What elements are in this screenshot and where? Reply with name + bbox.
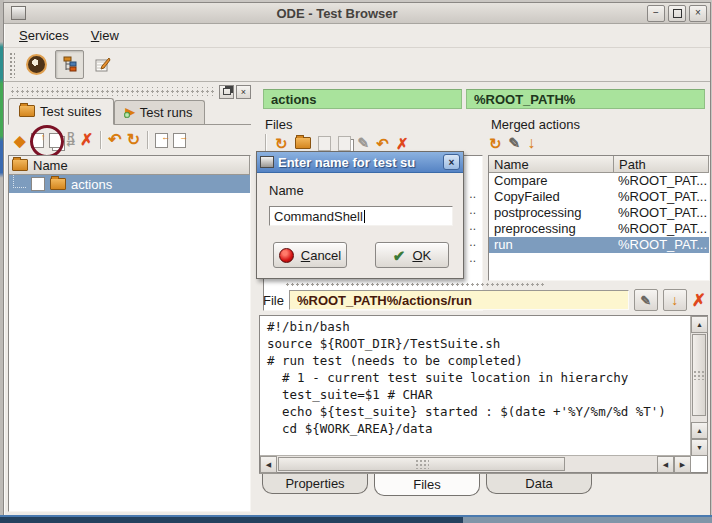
scroll-up-button[interactable]: ▲	[691, 316, 708, 333]
merged-actions-toolbar: ↻ ✎ ↓	[489, 132, 535, 154]
copy-arrow-icon: ↑	[59, 132, 64, 142]
scroll-up-button[interactable]: ▲	[691, 422, 708, 439]
file-path-field: %ROOT_PATH%/actions/run	[289, 290, 629, 310]
dialog-close-button[interactable]: ×	[443, 154, 460, 170]
open-folder-icon[interactable]	[295, 137, 311, 149]
column-header-path[interactable]: Path	[614, 156, 709, 173]
copy-button[interactable]: ↑	[49, 133, 62, 148]
pencil-icon: ✎	[640, 294, 651, 307]
scroll-thumb[interactable]	[692, 334, 706, 416]
new-arrow-icon: ↑	[41, 132, 46, 142]
dialog-body: Name CommandShell Cancel ✔ OK	[257, 173, 463, 268]
code-line: source ${ROOT_DIR}/TestSuite.sh	[267, 335, 691, 352]
code-line: cd ${WORK_AREA}/data	[267, 420, 691, 437]
script-content[interactable]: #!/bin/bash source ${ROOT_DIR}/TestSuite…	[260, 318, 691, 456]
download-arrow-icon: ↓	[671, 293, 678, 307]
name-input[interactable]: CommandShell	[269, 206, 453, 226]
edit-notes-button[interactable]	[88, 50, 117, 79]
delete-file-icon[interactable]: ✗	[692, 292, 706, 309]
refresh-icon[interactable]: ↻	[275, 136, 288, 151]
file-path-row: File %ROOT_PATH%/actions/run ✎ ↓ ✗	[263, 289, 706, 311]
code-line: #!/bin/bash	[267, 318, 691, 335]
dock-float-button[interactable]	[219, 85, 234, 99]
table-row[interactable]: Compare%ROOT_PAT...	[489, 173, 709, 189]
mouse-mode-button[interactable]	[22, 50, 51, 79]
refresh-icon[interactable]: ↻	[489, 136, 502, 151]
test-suites-tree[interactable]: Name actions	[8, 155, 251, 512]
tree-item-actions[interactable]: actions	[9, 175, 250, 193]
scroll-right-button[interactable]: ▶	[674, 456, 691, 473]
ok-button[interactable]: ✔ OK	[375, 242, 449, 268]
tab-files[interactable]: Files	[374, 474, 480, 496]
cancel-button[interactable]: Cancel	[273, 242, 347, 268]
edit-icon[interactable]: ✎	[509, 136, 521, 150]
dock-titlebar[interactable]: ×	[8, 85, 251, 98]
undo-icon[interactable]: ↶	[108, 132, 121, 148]
tree-view-button[interactable]	[55, 50, 84, 79]
dock-close-button[interactable]: ×	[236, 85, 251, 99]
scroll-left-button[interactable]: ◀	[657, 456, 674, 473]
export-arrow-icon: →	[179, 132, 188, 142]
close-button[interactable]: ×	[689, 5, 707, 22]
tree-item-checkbox[interactable]	[31, 177, 45, 191]
table-row-selected[interactable]: run%ROOT_PAT...	[489, 237, 709, 253]
scroll-thumb[interactable]	[278, 457, 565, 471]
merged-actions-label: Merged actions	[491, 117, 580, 132]
maximize-button[interactable]	[668, 5, 686, 22]
horizontal-scrollbar[interactable]: ◀ ◀ ▶	[260, 455, 691, 472]
text-caret	[364, 210, 365, 223]
tab-data[interactable]: Data	[486, 474, 592, 494]
tab-test-suites[interactable]: Test suites	[8, 98, 114, 125]
separator	[147, 131, 148, 149]
delete-icon[interactable]: ✗	[80, 132, 93, 148]
refresh-icon[interactable]: ↻	[127, 132, 140, 148]
copy-file-button-disabled[interactable]	[338, 136, 351, 151]
table-row[interactable]: CopyFailed%ROOT_PAT...	[489, 189, 709, 205]
new-file-button-disabled[interactable]	[318, 136, 331, 151]
dialog-titlebar[interactable]: Enter name for test su ×	[257, 152, 463, 173]
thumb-grip	[415, 459, 429, 469]
undo-icon[interactable]: ↶	[376, 136, 389, 151]
menu-services[interactable]: Services	[10, 26, 78, 45]
new-test-suite-button[interactable]: ↑	[31, 133, 44, 148]
dialog-buttons: Cancel ✔ OK	[269, 242, 453, 268]
tab-properties[interactable]: Properties	[262, 474, 368, 494]
float-icon	[223, 88, 231, 95]
enter-name-dialog: Enter name for test su × Name CommandShe…	[256, 151, 464, 279]
scroll-down-button[interactable]: ▼	[691, 439, 708, 456]
tree-header[interactable]: Name	[9, 156, 250, 175]
table-row[interactable]: postprocessing%ROOT_PAT...	[489, 205, 709, 221]
menubar: Services View	[4, 24, 710, 48]
column-header-name[interactable]: Name	[489, 156, 614, 173]
tag-icon[interactable]: ◆	[14, 133, 26, 148]
vertical-scrollbar[interactable]: ▲ ▲ ▼	[690, 316, 707, 456]
window-title: ODE - Test Browser	[30, 6, 644, 21]
download-arrow-icon[interactable]: ↓	[527, 135, 535, 151]
export-button[interactable]: →	[173, 133, 186, 148]
import-button[interactable]: ←	[155, 133, 168, 148]
menu-view[interactable]: View	[82, 26, 128, 45]
script-editor[interactable]: #!/bin/bash source ${ROOT_DIR}/TestSuite…	[259, 315, 708, 473]
scroll-left-button[interactable]: ◀	[260, 456, 277, 473]
rename-button[interactable]: R⇄	[67, 134, 75, 146]
splitter-handle[interactable]	[285, 282, 545, 287]
tree-branch-line	[13, 175, 26, 188]
delete-icon[interactable]: ✗	[396, 136, 409, 151]
edit-file-button[interactable]: ✎	[634, 289, 658, 311]
mouse-icon	[26, 54, 47, 75]
tab-test-runs[interactable]: ▶ Test runs	[114, 100, 205, 124]
minimize-button[interactable]: −	[647, 5, 665, 22]
dock-drag-handle[interactable]	[10, 87, 215, 96]
taskbar-sliver	[0, 515, 712, 523]
titlebar[interactable]: ODE - Test Browser − ×	[4, 3, 710, 24]
toolbar-drag-handle[interactable]	[9, 52, 15, 78]
merged-actions-table[interactable]: Name Path Compare%ROOT_PAT... CopyFailed…	[488, 155, 710, 281]
hierarchy-icon	[61, 56, 78, 73]
test-runs-icon: ▶	[125, 106, 134, 118]
file-label: File	[263, 293, 284, 308]
download-file-button[interactable]: ↓	[663, 289, 687, 311]
code-line: # 1 - current test suite location in hie…	[267, 369, 691, 386]
code-line: # run test (needs to be completed)	[267, 352, 691, 369]
edit-icon-disabled[interactable]: ✎	[358, 136, 370, 150]
table-row[interactable]: preprocessing%ROOT_PAT...	[489, 221, 709, 237]
